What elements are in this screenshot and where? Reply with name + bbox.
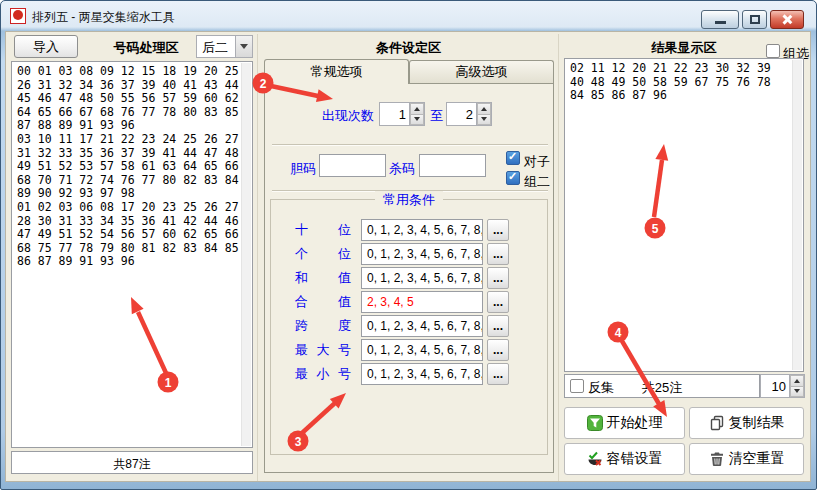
mode-select-drop-button[interactable] <box>235 36 252 57</box>
app-icon <box>10 8 26 24</box>
units-more-button[interactable]: ... <box>487 243 509 265</box>
dan-input[interactable] <box>319 154 386 177</box>
result-list-scrollbar[interactable] <box>792 60 802 370</box>
number-line: 00 01 03 08 09 12 15 18 19 20 25 <box>17 65 252 79</box>
close-button[interactable] <box>770 10 804 29</box>
spin-up-button[interactable] <box>410 103 424 115</box>
tolerance-settings-label: 容错设置 <box>607 450 663 468</box>
result-line: 40 48 49 50 58 59 67 75 76 78 <box>570 76 803 90</box>
occurrence-from-spinner[interactable]: 1 <box>379 102 425 126</box>
copy-result-button[interactable]: 复制结果 <box>689 407 804 439</box>
max-number-value: 0, 1, 2, 3, 4, 5, 6, 7, 8, 9 <box>367 343 483 357</box>
filter-icon <box>587 415 603 431</box>
number-line: 01 02 03 06 08 17 20 23 25 26 27 <box>17 201 252 215</box>
clear-reset-label: 清空重置 <box>729 450 785 468</box>
group2-checkbox-label: 组二 <box>524 173 550 191</box>
hezhi-input[interactable]: 2, 3, 4, 5 <box>361 291 483 313</box>
common-conditions-title: 常用条件 <box>375 191 443 209</box>
hezhi-value: 2, 3, 4, 5 <box>367 295 414 309</box>
number-line: 49 51 52 53 57 58 61 63 64 65 66 <box>17 160 252 174</box>
hezhi-more-button[interactable]: ... <box>487 291 509 313</box>
units-value: 0, 1, 2, 3, 4, 5, 6, 7, 8, 9 <box>367 247 483 261</box>
max-number-input[interactable]: 0, 1, 2, 3, 4, 5, 6, 7, 8, 9 <box>361 339 483 361</box>
separator <box>272 144 548 146</box>
span-value: 0, 1, 2, 3, 4, 5, 6, 7, 8, 9 <box>367 319 483 333</box>
units-label: 个位 <box>295 245 351 263</box>
tab-advanced-options[interactable]: 高级选项 <box>409 60 554 83</box>
titlebar: 排列五 - 两星交集缩水工具 <box>1 1 816 31</box>
pair-checkbox-label: 对子 <box>524 153 550 171</box>
min-number-label: 最小号 <box>295 365 351 383</box>
pair-checkbox[interactable]: ✓ <box>506 151 520 165</box>
spin-down-button[interactable] <box>410 115 424 126</box>
client-area: 导入 号码处理区 后二 00 01 03 08 09 12 15 18 19 2… <box>5 31 811 482</box>
left-middle-divider <box>257 34 258 481</box>
sum-label: 和值 <box>295 269 351 287</box>
min-number-input[interactable]: 0, 1, 2, 3, 4, 5, 6, 7, 8, 9 <box>361 363 483 385</box>
result-list[interactable]: 02 11 12 20 21 22 23 30 32 39 40 48 49 5… <box>564 58 804 372</box>
tens-input[interactable]: 0, 1, 2, 3, 4, 5, 6, 7, 8, 9 <box>361 219 483 241</box>
span-more-button[interactable]: ... <box>487 315 509 337</box>
copy-icon <box>709 415 725 431</box>
min-number-more-button[interactable]: ... <box>487 363 509 385</box>
left-count-label: 共87注 <box>11 451 253 474</box>
number-list[interactable]: 00 01 03 08 09 12 15 18 19 20 25 26 31 3… <box>11 61 253 448</box>
number-line: 68 70 71 72 74 76 77 80 82 83 84 <box>17 174 252 188</box>
mode-select[interactable]: 后二 <box>196 35 253 58</box>
spin-down-button[interactable] <box>477 115 491 126</box>
occurrence-from-value: 1 <box>380 103 409 125</box>
sum-more-button[interactable]: ... <box>487 267 509 289</box>
span-label: 跨度 <box>295 317 351 335</box>
min-number-value: 0, 1, 2, 3, 4, 5, 6, 7, 8, 9 <box>367 367 483 381</box>
tolerance-spinner-value: 10 <box>761 375 789 397</box>
trash-icon <box>709 451 725 467</box>
number-line: 89 90 92 93 97 98 <box>17 187 252 201</box>
occurrence-to-spinner[interactable]: 2 <box>446 102 492 126</box>
spin-down-icon <box>794 389 800 393</box>
tab-regular-options[interactable]: 常规选项 <box>264 59 409 84</box>
number-list-scrollbar[interactable] <box>241 63 251 446</box>
tolerance-spinner[interactable]: 10 <box>760 374 805 398</box>
result-count-label: 共25注 <box>565 379 759 397</box>
max-number-more-button[interactable]: ... <box>487 339 509 361</box>
spin-up-icon <box>481 107 487 111</box>
kill-label: 杀码 <box>389 160 415 178</box>
start-process-button[interactable]: 开始处理 <box>564 407 685 439</box>
spin-down-icon <box>414 117 420 121</box>
app-icon-dot <box>13 10 23 20</box>
maximize-icon <box>750 15 760 24</box>
condition-panel-title: 条件设定区 <box>260 39 557 57</box>
units-input[interactable]: 0, 1, 2, 3, 4, 5, 6, 7, 8, 9 <box>361 243 483 265</box>
start-process-label: 开始处理 <box>607 414 663 432</box>
kill-input[interactable] <box>419 154 486 177</box>
tolerance-settings-button[interactable]: 容错设置 <box>564 443 685 475</box>
tens-label: 十位 <box>295 221 351 239</box>
group2-checkbox[interactable]: ✓ <box>506 171 520 185</box>
check-icon: ✓ <box>508 150 517 163</box>
copy-result-label: 复制结果 <box>729 414 785 432</box>
zuxuan-checkbox[interactable] <box>766 44 780 58</box>
left-panel-title: 号码处理区 <box>90 39 202 57</box>
maximize-button[interactable] <box>742 10 767 29</box>
number-line: 28 30 31 33 34 35 36 41 42 44 46 <box>17 215 252 229</box>
common-conditions-group: 常用条件 十位 0, 1, 2, 3, 4, 5, 6, 7, 8, 9 ...… <box>270 199 548 455</box>
mode-select-value: 后二 <box>197 36 235 57</box>
clear-reset-button[interactable]: 清空重置 <box>689 443 804 475</box>
minimize-icon <box>715 21 726 24</box>
result-list-lines: 02 11 12 20 21 22 23 30 32 39 40 48 49 5… <box>565 59 803 103</box>
number-line: 68 75 77 78 79 80 81 82 83 84 85 <box>17 242 252 256</box>
number-line: 26 31 32 34 36 37 39 40 41 43 44 <box>17 79 252 93</box>
result-line: 84 85 86 87 96 <box>570 89 803 103</box>
window-title: 排列五 - 两星交集缩水工具 <box>32 9 175 26</box>
import-button[interactable]: 导入 <box>14 35 78 58</box>
spin-up-button[interactable] <box>790 375 804 387</box>
spin-down-button[interactable] <box>790 387 804 398</box>
sum-input[interactable]: 0, 1, 2, 3, 4, 5, 6, 7, 8, 9, <box>361 267 483 289</box>
spin-up-icon <box>414 107 420 111</box>
app-window: 排列五 - 两星交集缩水工具 导入 号码处理区 后二 00 01 03 08 0… <box>0 0 817 490</box>
spin-up-button[interactable] <box>477 103 491 115</box>
span-input[interactable]: 0, 1, 2, 3, 4, 5, 6, 7, 8, 9 <box>361 315 483 337</box>
tens-more-button[interactable]: ... <box>487 219 509 241</box>
dan-label: 胆码 <box>290 160 316 178</box>
minimize-button[interactable] <box>701 10 739 29</box>
